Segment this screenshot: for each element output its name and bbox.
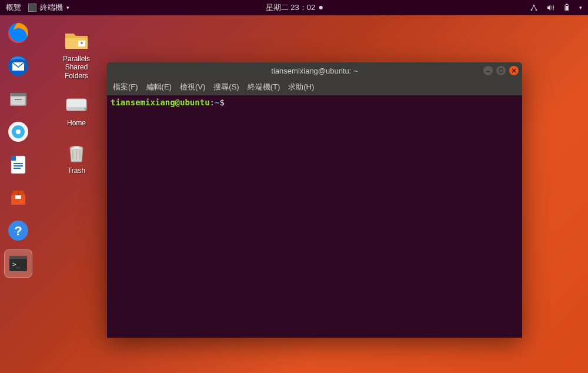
terminal-body[interactable]: tiansemixiang@ubuntu:~$ — [107, 95, 522, 338]
activities-button[interactable]: 概覽 — [6, 2, 21, 13]
launcher-help[interactable]: ? — [4, 217, 32, 245]
prompt-symbol: $ — [219, 98, 224, 107]
system-tray[interactable]: ▾ — [530, 4, 582, 12]
svg-rect-20 — [15, 195, 21, 199]
menu-search[interactable]: 搜尋(S) — [213, 82, 239, 92]
svg-rect-4 — [566, 4, 568, 5]
app-menu[interactable]: 終端機 ▾ — [28, 2, 69, 13]
terminal-window: tiansemixiang@ubuntu: ~ 檔案(F) 編輯(E) 檢視(V… — [107, 62, 522, 338]
minimize-button[interactable] — [483, 66, 493, 75]
svg-rect-5 — [566, 6, 568, 10]
drive-icon — [63, 91, 90, 118]
activities-label: 概覽 — [6, 2, 21, 13]
clock-label: 星期二 23：02 — [266, 2, 316, 13]
window-titlebar[interactable]: tiansemixiang@ubuntu: ~ — [107, 62, 522, 79]
launcher-dock: ? >_ — [0, 15, 36, 373]
svg-rect-21 — [18, 191, 19, 195]
terminal-icon — [28, 4, 36, 12]
svg-rect-18 — [14, 165, 23, 166]
svg-rect-30 — [66, 107, 86, 111]
desktop-icon-label: Home — [67, 119, 86, 127]
trash-icon — [63, 138, 90, 165]
svg-point-28 — [81, 42, 83, 44]
battery-icon[interactable] — [563, 4, 571, 12]
notification-dot-icon — [319, 6, 322, 9]
launcher-firefox[interactable] — [4, 19, 32, 47]
svg-rect-9 — [10, 93, 26, 96]
svg-rect-10 — [11, 96, 25, 105]
menu-file[interactable]: 檔案(F) — [113, 82, 138, 92]
desktop-icon-trash[interactable]: Trash — [53, 138, 100, 175]
desktop-icon-label: Trash — [68, 166, 85, 175]
menu-edit[interactable]: 編輯(E) — [146, 82, 172, 92]
network-icon[interactable] — [530, 4, 538, 12]
launcher-writer[interactable] — [4, 151, 32, 179]
desktop-icon-label: Parallels Shared Folders — [63, 55, 90, 80]
menu-help[interactable]: 求助(H) — [288, 82, 314, 92]
menu-view[interactable]: 檢視(V) — [180, 82, 205, 92]
svg-text:?: ? — [14, 224, 22, 238]
menu-terminal[interactable]: 終端機(T) — [248, 82, 280, 92]
desktop-icon-parallels[interactable]: Parallels Shared Folders — [53, 26, 100, 80]
chevron-down-icon: ▾ — [579, 5, 582, 11]
svg-rect-19 — [14, 168, 21, 169]
svg-text:>_: >_ — [12, 261, 21, 268]
launcher-terminal[interactable]: >_ — [4, 249, 32, 278]
window-title: tiansemixiang@ubuntu: ~ — [271, 66, 358, 75]
top-panel: 概覽 終端機 ▾ 星期二 23：02 ▾ — [0, 0, 588, 15]
chevron-down-icon: ▾ — [66, 5, 69, 11]
svg-rect-34 — [499, 69, 503, 72]
maximize-button[interactable] — [496, 66, 506, 75]
clock-area[interactable]: 星期二 23：02 — [266, 2, 323, 13]
terminal-menubar: 檔案(F) 編輯(E) 檢視(V) 搜尋(S) 終端機(T) 求助(H) — [107, 79, 522, 95]
svg-rect-11 — [15, 99, 22, 100]
svg-point-31 — [85, 108, 86, 110]
prompt-colon: : — [210, 98, 215, 107]
panel-left: 概覽 終端機 ▾ — [6, 2, 69, 13]
svg-point-14 — [16, 129, 21, 134]
window-controls — [483, 66, 519, 75]
volume-icon[interactable] — [546, 4, 554, 12]
folder-icon — [63, 26, 90, 54]
svg-rect-16 — [11, 156, 16, 161]
launcher-software[interactable] — [4, 184, 32, 212]
svg-rect-25 — [9, 256, 27, 259]
desktop-icon-home[interactable]: Home — [53, 91, 100, 127]
svg-rect-33 — [486, 71, 490, 72]
app-menu-label: 終端機 — [40, 2, 63, 13]
close-button[interactable] — [509, 66, 519, 75]
launcher-rhythmbox[interactable] — [4, 118, 32, 146]
launcher-files[interactable] — [4, 85, 32, 113]
prompt-userhost: tiansemixiang@ubuntu — [111, 98, 210, 107]
svg-rect-17 — [14, 163, 23, 164]
desktop-icons: Parallels Shared Folders Home Trash — [53, 26, 100, 175]
launcher-thunderbird[interactable] — [4, 52, 32, 80]
